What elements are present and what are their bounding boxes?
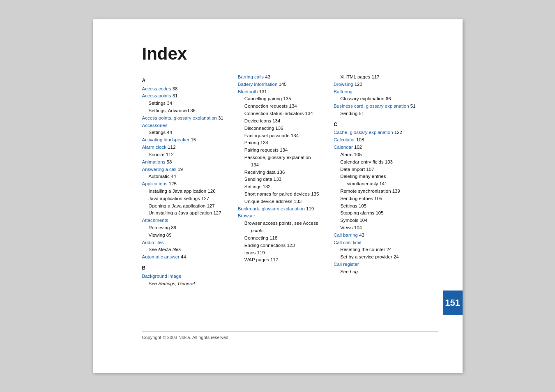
list-item: Cache, glossary explanation 122 [334,129,421,136]
list-item: Barring calls 43 [238,74,325,81]
list-item: Pairing requests 134 [238,147,325,154]
copyright: Copyright © 2003 Nokia. All rights reser… [142,331,438,340]
column-1: AAccess codes 38Access points 31Settings… [142,74,238,287]
list-item: Settings 44 [142,129,230,136]
page-title: Index [142,44,430,64]
list-item: Browsing 120 [334,81,421,88]
list-item: Data Import 107 [334,166,421,173]
list-item: Accessories [142,122,230,129]
index-columns: AAccess codes 38Access points 31Settings… [142,74,430,287]
list-item: Sending data 133 [238,176,325,183]
list-item: Glossary explanation 66 [334,95,421,103]
list-item: Business card, glossary explanation 51 [334,103,421,110]
list-item: Calculator 108 [334,136,421,144]
list-item: Connecting 118 [238,235,325,242]
list-item: Access points 31 [142,92,230,100]
list-item: Buffering [334,88,421,96]
list-item: Ending connections 123 [238,242,325,249]
list-item: Opening a Java application 127 [142,203,230,210]
list-item: Automatic 44 [142,173,230,180]
list-item: Icons 119 [238,249,325,257]
list-item: Calendar 102 [334,144,421,151]
book-page: Index AAccess codes 38Access points 31Se… [93,19,463,373]
list-item: Remote synchronisation 139 [334,188,421,195]
list-item: Settings 132 [238,183,325,191]
page-number: 151 [445,297,460,308]
list-item: Disconnecting 136 [238,125,325,132]
list-item: Pairing 134 [238,139,325,147]
list-item: Device icons 134 [238,118,325,125]
list-item: Automatic answer 44 [142,254,230,261]
list-item: Cancelling pairing 135 [238,95,325,103]
list-item: simultaneously 141 [334,180,421,188]
list-item: Installing a Java application 126 [142,188,230,195]
column-2: Barring calls 43Battery information 145B… [238,74,334,287]
list-item: Call register [334,261,421,268]
list-item: Settings, Advanced 36 [142,107,230,115]
list-item: Background image [142,273,230,280]
list-item: Java application settings 127 [142,195,230,203]
list-item: Animations 58 [142,159,230,166]
list-item: Views 104 [334,224,421,232]
list-item: WAP pages 117 [238,256,325,264]
list-item: Alarm 105 [334,151,421,159]
list-item: Receiving data 136 [238,169,325,176]
page-container: Index AAccess codes 38Access points 31Se… [0,0,555,392]
list-item: Set by a service provider 24 [334,254,421,261]
list-item: Viewing 89 [142,232,230,239]
list-item: Answering a call 19 [142,166,230,173]
list-item: Browser [238,212,325,220]
list-item: Battery information 145 [238,81,325,88]
list-item: Connection status indicators 134 [238,110,325,118]
list-item: Short names for paired devices 135 [238,191,325,198]
column-3: XHTML pages 117Browsing 120BufferingGlos… [334,74,429,287]
list-item: Attachments [142,217,230,224]
list-item: Call cost limit [334,239,421,247]
list-item: Applications 125 [142,180,230,188]
list-item: Bookmark, glossary explanation 119 [238,205,325,213]
list-item: Call barring 43 [334,232,421,239]
list-item: Calendar entry fields 103 [334,159,421,166]
list-item: 134 [238,161,325,169]
list-item: Access codes 38 [142,85,230,93]
list-item: Alarm clock 112 [142,144,230,151]
list-item: Connection requests 134 [238,103,325,110]
list-item: Settings 105 [334,203,421,210]
list-item: Unique device address 133 [238,198,325,205]
list-item: Passcode, glossary explanation [238,154,325,161]
list-item: Browser access points, see Access [238,220,325,227]
list-item: XHTML pages 117 [334,74,421,81]
list-item: Stopping alarms 105 [334,210,421,217]
list-item: Sending entries 105 [334,195,421,203]
list-item: Bluetooth 131 [238,88,325,96]
list-item: See Settings, General [142,280,230,288]
list-item: See Media files [142,246,230,254]
list-item: Factory-set passcode 134 [238,132,325,140]
list-item: Activating loudspeaker 15 [142,136,230,144]
list-item: Resetting the counter 24 [334,246,421,254]
list-item: Deleting many entries [334,173,421,180]
list-item: Uninstalling a Java application 127 [142,210,230,217]
list-item: Settings 34 [142,100,230,107]
list-item: Snooze 112 [142,151,230,159]
list-item: Sending 51 [334,110,421,118]
list-item: Access points, glossary explanation 31 [142,115,230,122]
list-item: See Log [334,268,421,276]
list-item: points [238,227,325,235]
list-item: A [142,77,230,85]
page-number-tab: 151 [443,291,463,315]
list-item: Symbols 104 [334,217,421,224]
list-item: C [334,121,421,129]
list-item: B [142,264,230,272]
list-item: Audio files [142,239,230,247]
list-item: Retrieving 89 [142,224,230,232]
